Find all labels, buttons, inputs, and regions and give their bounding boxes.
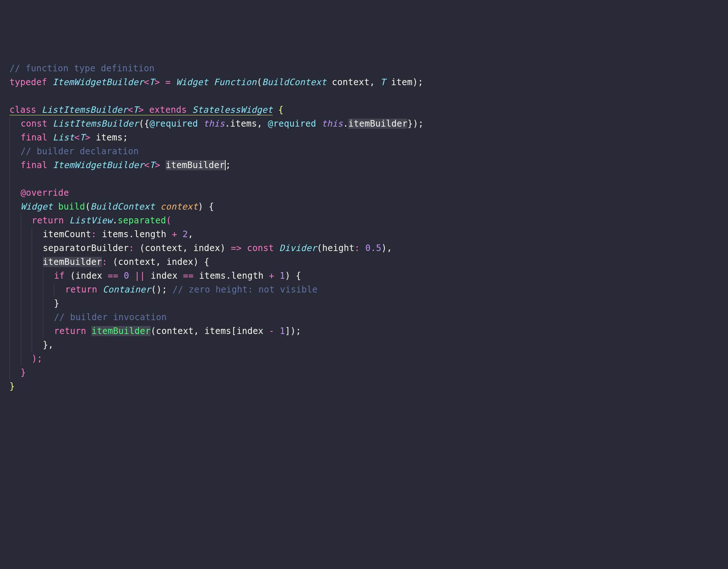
code-line: } — [0, 297, 728, 311]
code-editor[interactable]: // function type definitiontypedef ItemW… — [0, 62, 728, 394]
code-line: Widget build(BuildContext context) { — [0, 200, 728, 214]
code-line: ); — [0, 352, 728, 366]
code-line: }, — [0, 338, 728, 352]
code-line: // builder declaration — [0, 145, 728, 159]
code-line: @override — [0, 186, 728, 200]
code-line: separatorBuilder: (context, index) => co… — [0, 242, 728, 255]
code-line: // function type definition — [0, 62, 728, 76]
code-line: const ListItemsBuilder({@required this.i… — [0, 117, 728, 131]
code-line: } — [0, 366, 728, 380]
code-line: return Container(); // zero height: not … — [0, 283, 728, 297]
code-line: itemCount: items.length + 2, — [0, 228, 728, 242]
code-line: if (index == 0 || index == items.length … — [0, 269, 728, 283]
code-line: } — [0, 380, 728, 394]
text-cursor-position: itemBuilder — [166, 160, 225, 170]
code-line: return ListView.separated( — [0, 214, 728, 228]
code-line: // builder invocation — [0, 311, 728, 325]
code-line: final ItemWidgetBuilder<T> itemBuilder; — [0, 159, 728, 172]
code-line: class ListItemsBuilder<T> extends Statel… — [0, 103, 728, 117]
code-line — [0, 89, 728, 103]
code-line: return itemBuilder(context, items[index … — [0, 325, 728, 338]
code-line: typedef ItemWidgetBuilder<T> = Widget Fu… — [0, 76, 728, 89]
code-line — [0, 172, 728, 186]
code-line: itemBuilder: (context, index) { — [0, 255, 728, 269]
code-line: final List<T> items; — [0, 131, 728, 145]
